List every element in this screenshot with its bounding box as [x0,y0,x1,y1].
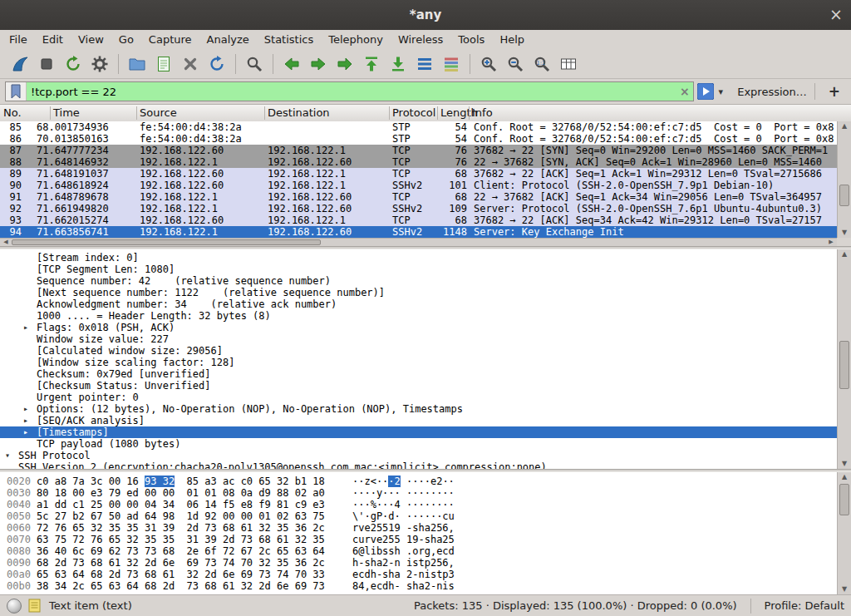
packet-row[interactable]: 8670.013850163fe:54:00:d4:38:2aSTP54Conf… [0,133,851,145]
detail-line[interactable]: 1000 .... = Header Length: 32 bytes (8) [0,310,837,322]
close-file-icon[interactable] [180,53,201,75]
capture-options-icon[interactable] [89,53,111,75]
detail-line[interactable]: SSH Version 2 (encryption:chacha20-poly1… [0,461,837,469]
hex-row[interactable]: 008036 40 6c 69 62 73 73 68 2e 6f 72 67 … [0,545,851,557]
packet-row[interactable]: 8971.648191037192.168.122.60192.168.122.… [0,168,851,180]
open-file-icon[interactable] [126,53,148,75]
menu-go[interactable]: Go [111,31,141,48]
detail-line[interactable]: Sequence number: 42 (relative sequence n… [0,275,837,287]
column-header-no[interactable]: No. [3,106,22,119]
hex-row[interactable]: 00a065 63 64 68 2d 73 68 61 32 2d 6e 69 … [0,569,851,580]
column-header-source[interactable]: Source [140,106,177,119]
filter-apply-button[interactable] [696,82,715,101]
add-filter-button[interactable]: + [823,83,846,100]
resize-columns-icon[interactable] [558,53,579,75]
details-scroll-thumb[interactable] [839,341,849,389]
save-file-icon[interactable] [153,53,175,75]
menu-file[interactable]: File [2,31,35,48]
scroll-down-icon[interactable]: ▼ [838,228,851,238]
menu-telephony[interactable]: Telephony [321,31,391,48]
scroll-left-icon[interactable]: ◀ [1,239,11,246]
scroll-right-icon[interactable]: ▶ [826,239,836,246]
expander-closed-icon[interactable]: ▸ [23,403,28,415]
hex-row[interactable]: 00505c 27 b2 67 50 ad 64 98 1d 92 00 00 … [0,510,851,522]
auto-scroll-icon[interactable] [414,53,435,75]
column-separator[interactable] [50,106,51,120]
hex-row[interactable]: 0020c0 a8 7a 3c 00 16 93 32 85 a3 ac c0 … [0,476,851,487]
scroll-up-icon[interactable]: ▲ [838,472,851,482]
packet-list-scroll-thumb[interactable] [839,185,849,206]
start-capture-icon[interactable] [9,53,31,75]
detail-line[interactable]: ▸[Timestamps] [0,426,837,438]
hscrollbar-thumb[interactable] [12,239,321,245]
column-separator[interactable] [136,106,137,120]
go-back-icon[interactable] [281,53,303,75]
packet-row[interactable]: 9471.663856741192.168.122.1192.168.122.6… [0,226,851,238]
zoom-in-icon[interactable] [478,53,499,75]
detail-line[interactable]: [Calculated window size: 29056] [0,345,837,357]
expert-info-icon[interactable] [7,599,22,614]
packet-row[interactable]: 8771.647777234192.168.122.60192.168.122.… [0,145,851,156]
close-icon[interactable]: × [829,0,843,30]
detail-line[interactable]: Checksum: 0x79ed [unverified] [0,368,837,380]
packet-row[interactable]: 8871.648146932192.168.122.1192.168.122.6… [0,156,851,168]
menu-capture[interactable]: Capture [141,31,199,48]
stop-capture-icon[interactable] [36,53,57,75]
go-last-packet-icon[interactable] [387,53,409,75]
column-header-time[interactable]: Time [53,106,80,119]
packet-row[interactable]: 9171.648789678192.168.122.1192.168.122.6… [0,191,851,203]
filter-input[interactable]: !tcp.port == 22 [27,86,676,98]
hex-row[interactable]: 00b038 34 2c 65 63 64 68 2d 73 68 61 32 … [0,580,851,592]
menu-view[interactable]: View [71,31,111,48]
filter-bookmark-icon[interactable] [6,82,27,101]
hex-row[interactable]: 009068 2d 73 68 61 32 2d 6e 69 73 74 70 … [0,557,851,569]
packet-row[interactable]: 9071.648618924192.168.122.60192.168.122.… [0,180,851,191]
column-separator[interactable] [437,106,438,120]
packet-row[interactable]: 9271.661949820192.168.122.1192.168.122.6… [0,203,851,214]
detail-line[interactable]: [TCP Segment Len: 1080] [0,264,837,275]
column-header-destination[interactable]: Destination [268,106,330,119]
detail-line[interactable]: [Checksum Status: Unverified] [0,380,837,392]
zoom-out-icon[interactable] [504,53,526,75]
column-header-protocol[interactable]: Protocol [392,106,435,119]
expander-closed-icon[interactable]: ▸ [23,426,28,438]
go-forward-icon[interactable] [307,53,329,75]
detail-line[interactable]: ▾SSH Protocol [0,450,837,461]
detail-line[interactable]: TCP payload (1080 bytes) [0,438,837,450]
hex-vscrollbar[interactable]: ▲ ▼ [837,472,851,594]
detail-line[interactable]: [Window size scaling factor: 128] [0,357,837,368]
filter-field[interactable]: !tcp.port == 22 × [5,81,694,101]
detail-line[interactable]: [Next sequence number: 1122 (relative se… [0,287,837,298]
hex-row[interactable]: 0040a1 dd c1 25 00 00 04 34 06 14 f5 e8 … [0,499,851,510]
column-separator[interactable] [469,106,470,120]
packet-list-vscrollbar[interactable]: ▲ ▼ [837,121,851,238]
scroll-down-icon[interactable]: ▼ [838,584,851,594]
menu-edit[interactable]: Edit [35,31,71,48]
detail-line[interactable]: Window size value: 227 [0,333,837,345]
go-first-packet-icon[interactable] [361,53,382,75]
capture-comment-icon[interactable] [28,599,41,613]
zoom-original-icon[interactable]: 1:1 [531,53,553,75]
menu-analyze[interactable]: Analyze [199,31,257,48]
filter-dropdown-icon[interactable]: ▾ [714,86,727,97]
expander-closed-icon[interactable]: ▸ [23,415,28,426]
restart-capture-icon[interactable] [62,53,84,75]
column-header-info[interactable]: Info [472,106,493,119]
scroll-up-icon[interactable]: ▲ [838,249,851,259]
column-separator[interactable] [264,106,265,120]
reload-file-icon[interactable] [206,53,228,75]
menu-wireless[interactable]: Wireless [391,31,450,48]
column-separator[interactable] [389,106,390,120]
detail-line[interactable]: ▸Flags: 0x018 (PSH, ACK) [0,322,837,333]
filter-clear-icon[interactable]: × [676,85,693,98]
menu-help[interactable]: Help [492,31,532,48]
expander-open-icon[interactable]: ▾ [5,450,10,461]
hex-row[interactable]: 003080 18 00 e3 79 ed 00 00 01 01 08 0a … [0,487,851,499]
scroll-down-icon[interactable]: ▼ [838,459,851,469]
packet-list-hscrollbar[interactable]: ◀ ▶ [0,238,837,246]
expression-button[interactable]: Expression… [737,86,807,98]
hex-scroll-thumb[interactable] [839,484,849,515]
detail-line[interactable]: ▸Options: (12 bytes), No-Operation (NOP)… [0,403,837,415]
scroll-up-icon[interactable]: ▲ [838,121,851,131]
detail-line[interactable]: Acknowledgment number: 34 (relative ack … [0,298,837,310]
